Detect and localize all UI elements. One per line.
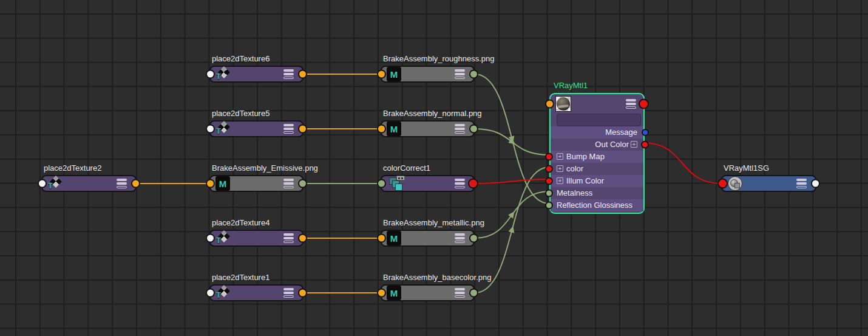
node-label: BrakeAssembly_normal.png: [383, 109, 482, 118]
color-port[interactable]: [545, 165, 553, 173]
node-place2dtexture1[interactable]: place2dTexture1 T: [209, 284, 303, 301]
metalness-port[interactable]: [545, 190, 553, 197]
node-label: BrakeAssembly_Emissive.png: [212, 163, 318, 173]
node-label: VRayMtl1: [554, 81, 588, 90]
menu-icon[interactable]: [455, 287, 465, 299]
node-file-basecolor[interactable]: BrakeAssembly_basecolor.png M: [381, 284, 475, 301]
menu-icon[interactable]: [283, 232, 294, 244]
attr-row-reflection-glossiness[interactable]: Reflection Glossiness: [551, 199, 643, 211]
swatch-bar: [557, 114, 641, 126]
input-port[interactable]: [206, 234, 215, 243]
wire-colorcorrect-to-illum-color[interactable]: [475, 179, 549, 183]
menu-icon[interactable]: [283, 123, 294, 135]
node-label: place2dTexture5: [212, 109, 270, 118]
output-port[interactable]: [298, 289, 307, 298]
wire-outcolor-to-sg[interactable]: [643, 143, 721, 183]
shading-group-icon: [728, 176, 742, 191]
file-texture-icon: M: [387, 122, 401, 136]
menu-icon[interactable]: [283, 68, 294, 80]
expand-icon[interactable]: +: [631, 141, 637, 148]
file-texture-icon: M: [387, 286, 401, 300]
node-file-metallic[interactable]: BrakeAssembly_metallic.png M: [381, 230, 475, 247]
output-port[interactable]: [468, 179, 478, 189]
menu-icon[interactable]: [283, 287, 294, 299]
place2d-texture-icon: T: [216, 67, 232, 81]
output-port[interactable]: [298, 70, 307, 79]
input-port[interactable]: [206, 70, 215, 79]
place2d-texture-icon: T: [216, 286, 232, 300]
menu-icon[interactable]: [455, 123, 465, 135]
wire-arrow-icon: [509, 225, 517, 233]
node-place2dtexture4[interactable]: place2dTexture4 T: [209, 230, 303, 247]
reflection-glossiness-port[interactable]: [545, 202, 553, 210]
illum-color-port[interactable]: [545, 177, 553, 185]
output-port[interactable]: [469, 234, 478, 243]
menu-icon[interactable]: [283, 177, 294, 190]
output-port[interactable]: [131, 179, 140, 188]
node-label: BrakeAssembly_basecolor.png: [383, 273, 492, 282]
node-label: colorCorrect1: [383, 163, 430, 173]
node-label: place2dTexture2: [44, 163, 101, 173]
menu-icon[interactable]: [626, 98, 636, 110]
node-vraymtl1[interactable]: VRayMtl1 Message Out Color+ +Bump Map: [549, 93, 645, 214]
output-port[interactable]: [639, 98, 649, 109]
attr-row-bump-map[interactable]: +Bump Map: [551, 151, 643, 163]
out-color-port[interactable]: [641, 141, 649, 149]
attr-row-metalness[interactable]: Metalness: [551, 187, 643, 199]
menu-icon[interactable]: [455, 232, 465, 244]
node-label: place2dTexture4: [212, 218, 270, 227]
menu-icon[interactable]: [455, 68, 465, 80]
expand-icon[interactable]: +: [557, 153, 563, 160]
input-port[interactable]: [377, 289, 386, 298]
attr-row-out-color[interactable]: Out Color+: [551, 139, 643, 151]
file-texture-icon: M: [215, 176, 230, 191]
material-swatch: [555, 96, 571, 112]
output-port[interactable]: [469, 70, 478, 79]
node-file-emissive[interactable]: BrakeAssembly_Emissive.png M: [209, 175, 303, 192]
node-label: BrakeAssembly_roughness.png: [383, 54, 495, 63]
input-port[interactable]: [377, 125, 386, 134]
node-file-normal[interactable]: BrakeAssembly_normal.png M: [381, 120, 475, 137]
node-label: place2dTexture6: [212, 54, 270, 63]
attr-row-color[interactable]: +color: [551, 163, 643, 175]
expand-icon[interactable]: +: [557, 165, 563, 172]
output-port[interactable]: [298, 179, 307, 188]
output-port[interactable]: [469, 289, 478, 298]
node-colorcorrect1[interactable]: colorCorrect1: [381, 175, 475, 192]
input-port[interactable]: [377, 179, 386, 188]
node-place2dtexture6[interactable]: place2dTexture6 T: [209, 66, 303, 83]
bump-map-port[interactable]: [545, 153, 553, 161]
input-port[interactable]: [206, 289, 215, 298]
place2d-texture-icon: T: [216, 231, 232, 245]
output-port[interactable]: [469, 125, 478, 134]
color-correct-icon: [387, 176, 406, 191]
input-port[interactable]: [377, 70, 386, 79]
node-editor-canvas[interactable]: place2dTexture6 T BrakeAssembly_roughnes…: [0, 0, 868, 336]
menu-icon[interactable]: [117, 177, 127, 190]
message-port[interactable]: [642, 129, 649, 136]
input-port[interactable]: [206, 125, 215, 134]
expand-icon[interactable]: +: [557, 177, 563, 184]
input-port[interactable]: [206, 179, 215, 188]
output-port[interactable]: [811, 179, 820, 188]
output-port[interactable]: [298, 234, 307, 243]
node-vraymtl1sg[interactable]: VRayMtl1SG: [721, 175, 816, 192]
input-port[interactable]: [377, 234, 386, 243]
node-header[interactable]: [551, 94, 643, 113]
node-file-roughness[interactable]: BrakeAssembly_roughness.png M: [381, 66, 475, 83]
node-label: place2dTexture1: [212, 273, 270, 282]
place2d-texture-icon: T: [48, 176, 64, 191]
input-port[interactable]: [38, 179, 47, 188]
input-port[interactable]: [717, 179, 728, 189]
place2d-texture-icon: T: [216, 122, 232, 136]
attr-row-illum-color[interactable]: +Illum Color: [551, 175, 643, 187]
attr-row-message[interactable]: Message: [551, 126, 643, 139]
menu-icon[interactable]: [455, 177, 465, 190]
node-label: BrakeAssembly_metallic.png: [383, 218, 484, 227]
node-place2dtexture5[interactable]: place2dTexture5 T: [209, 120, 303, 137]
node-place2dtexture2[interactable]: place2dTexture2 T: [41, 175, 137, 192]
output-port[interactable]: [298, 125, 307, 134]
input-port[interactable]: [545, 99, 554, 108]
file-texture-icon: M: [387, 67, 401, 81]
menu-icon[interactable]: [796, 177, 807, 190]
